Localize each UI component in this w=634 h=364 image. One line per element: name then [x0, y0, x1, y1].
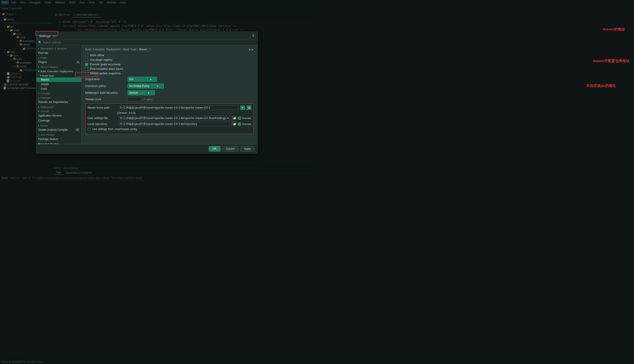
nav-prev-icon[interactable]: ◀ — [248, 48, 250, 51]
thread-count-input[interactable] — [128, 97, 141, 102]
multiproject-row: Multiproject build fail policy: Default … — [85, 90, 254, 95]
local-repo-override-checkbox[interactable] — [238, 122, 241, 126]
sidebar-build-tools[interactable]: ▾ Build Tools — [36, 73, 81, 78]
sidebar-label: Coverage — [38, 119, 50, 122]
checkbox-execute-goals: Execute goals recursively — [85, 63, 254, 66]
gradle-android-badge: ⓘ — [76, 128, 80, 132]
always-update-checkbox[interactable] — [85, 72, 88, 75]
sidebar-label: Gradle — [41, 83, 49, 86]
sidebar-keymap[interactable]: Keymap — [36, 50, 81, 55]
maven-home-action-btn[interactable]: ⊞ — [247, 106, 251, 110]
settings-sidebar: ▸ Appearance & Behavior Keymap ▸ Editor … — [36, 45, 82, 144]
sidebar-editor[interactable]: ▸ Editor — [36, 55, 81, 60]
sidebar-debugger[interactable]: ▸ Debugger — [36, 95, 81, 100]
dialog-body: ▸ Appearance & Behavior Keymap ▸ Editor … — [36, 45, 257, 144]
sidebar-label: Application Servers — [38, 114, 62, 117]
chevron-right-icon: ▸ — [38, 96, 40, 99]
print-exceptions-checkbox[interactable] — [85, 68, 88, 70]
checksum-policy-select[interactable]: No Global Policy ▾ — [128, 84, 164, 88]
local-repo-input[interactable] — [119, 122, 230, 126]
dialog-title: Settings — [39, 34, 51, 38]
sidebar-android[interactable]: ▸ Android — [36, 109, 81, 113]
checkbox-always-update: Always update snapshots — [85, 72, 254, 75]
sidebar-gant[interactable]: Gant — [36, 86, 81, 91]
breadcrumb-sep2: › — [137, 48, 138, 51]
sidebar-appearance[interactable]: ▸ Appearance & Behavior — [36, 46, 81, 50]
use-plugin-checkbox[interactable] — [85, 58, 88, 62]
sidebar-label: Gant — [41, 87, 47, 90]
sidebar-maven[interactable]: Maven — [36, 78, 81, 82]
chevron-right-icon: ▸ — [38, 133, 40, 136]
breadcrumb-maven: Maven — [139, 48, 147, 51]
thread-count-label: Thread count — [85, 98, 126, 101]
sidebar-label: Plugins — [38, 60, 47, 64]
sidebar-label: Java Profiler — [41, 134, 54, 136]
settings-breadcrumb: Build, Execution, Deployment › Build Too… — [85, 48, 254, 51]
sidebar-java-profiler[interactable]: ▸ Java Profiler — [36, 132, 81, 136]
settings-content: Build, Execution, Deployment › Build Too… — [82, 45, 257, 144]
sidebar-gradle-android[interactable]: Gradle-Android Compiler ⓘ — [36, 127, 81, 132]
sidebar-label: Appearance & Behavior — [41, 47, 67, 50]
chevron-right-icon: ▸ — [38, 110, 40, 113]
user-settings-input[interactable] — [119, 116, 230, 120]
sidebar-package-search[interactable]: Package Search — [36, 136, 81, 142]
settings-search-input[interactable] — [43, 41, 256, 44]
use-settings-row: Use settings from .mvn/maven.config — [88, 128, 251, 131]
sidebar-app-servers[interactable]: Application Servers — [36, 113, 81, 118]
nav-back-icon[interactable]: ◀ — [53, 34, 54, 37]
print-exceptions-label: Print exception stack traces — [90, 67, 123, 70]
maven-home-input[interactable] — [119, 106, 239, 110]
output-level-row: Output level: Info ▾ — [85, 77, 254, 82]
sidebar-label: Keymap — [38, 51, 48, 54]
local-repo-override-check: Override — [238, 122, 251, 126]
sidebar-deployment[interactable]: ▸ Deployment — [36, 104, 81, 109]
use-plugin-label: Use plugin registry — [90, 58, 112, 62]
checksum-policy-row: Checksum policy: No Global Policy ▾ — [85, 84, 254, 88]
dialog-close-icon[interactable]: ✕ — [252, 34, 255, 38]
user-settings-browse-btn[interactable]: 📁 — [232, 116, 236, 120]
override-check-row: Override — [238, 117, 251, 120]
local-repo-browse-btn[interactable]: 📁 — [232, 122, 236, 126]
sidebar-docker[interactable]: ▸ Docker — [36, 123, 81, 127]
sidebar-label: Maven — [41, 78, 49, 81]
sidebar-remote-jar[interactable]: Remote Jar Repositories — [36, 100, 81, 104]
nav-forward-icon[interactable]: ▶ — [55, 34, 57, 37]
sidebar-plugins[interactable]: Plugins 7 — [36, 60, 81, 64]
chevron-down-icon: ▾ — [38, 70, 40, 73]
output-level-select[interactable]: Info ▾ — [128, 77, 157, 82]
sidebar-label: Compiler — [41, 92, 50, 95]
override-label: Override — [242, 117, 251, 120]
ok-button[interactable]: OK — [209, 146, 220, 152]
sidebar-compiler[interactable]: ▸ Compiler — [36, 91, 81, 95]
execute-goals-checkbox[interactable] — [85, 63, 88, 66]
maven-version: (Version: 3.6.3) — [117, 111, 251, 114]
sidebar-required-plugins[interactable]: Required Plugins — [36, 142, 81, 144]
chevron-right-icon: ▸ — [38, 66, 40, 68]
work-offline-checkbox[interactable] — [85, 54, 88, 57]
sidebar-vcs[interactable]: ▸ Version Control — [36, 64, 81, 69]
local-override-label: Override — [242, 122, 251, 125]
user-settings-override-checkbox[interactable] — [238, 117, 241, 120]
maven-home-browse-btn[interactable]: ▾ — [240, 106, 245, 110]
local-repo-row: Local repository: 📁 Override — [88, 122, 251, 126]
chevron-right-icon: ▸ — [38, 47, 40, 50]
multiproject-select[interactable]: Default ▾ — [128, 90, 155, 95]
sidebar-label: Docker — [41, 124, 48, 127]
chevron-down-icon: ▾ — [40, 74, 41, 77]
chevron-right-icon: ▸ — [38, 124, 40, 127]
dialog-overlay: Settings ◀ ▶ ✕ 🔍 ▸ Appearance & Behavior… — [0, 0, 317, 182]
use-settings-label: Use settings from .mvn/maven.config — [92, 128, 137, 131]
sidebar-coverage[interactable]: Coverage — [36, 118, 81, 123]
checkbox-print-exceptions: Print exception stack traces — [85, 67, 254, 70]
output-level-value: Info — [129, 78, 134, 81]
cancel-button[interactable]: Cancel — [222, 146, 238, 152]
thread-hint: -T option — [143, 98, 153, 101]
use-settings-checkbox[interactable] — [88, 128, 91, 131]
chevron-right-icon: ▸ — [38, 56, 40, 59]
sidebar-build-exec[interactable]: ▾ Build, Execution, Deployment — [36, 69, 81, 73]
apply-button[interactable]: Apply — [240, 146, 255, 152]
breadcrumb-buildtools: Build Tools — [123, 48, 137, 51]
search-icon: 🔍 — [38, 41, 42, 44]
nav-next-icon[interactable]: ▶ — [252, 48, 254, 51]
sidebar-gradle[interactable]: Gradle — [36, 82, 81, 86]
